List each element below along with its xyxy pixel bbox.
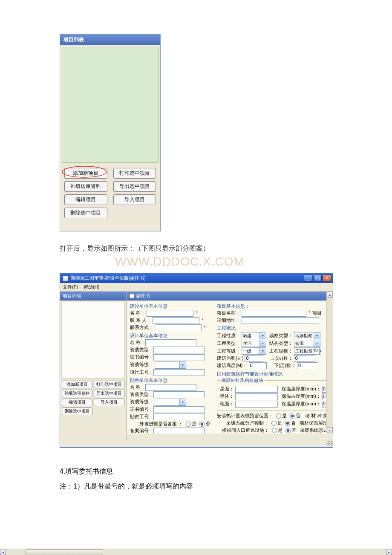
- heatctrl-no-radio[interactable]: [285, 421, 290, 426]
- heatmeter-yes-radio[interactable]: [276, 413, 281, 419]
- chevron-down-icon: ▾: [314, 340, 320, 347]
- scroll-up-icon[interactable]: ▴: [327, 292, 333, 298]
- floors-up-input[interactable]: 0: [294, 355, 315, 362]
- kname-input[interactable]: [145, 384, 196, 391]
- sb-edit-button[interactable]: 编辑项目: [62, 399, 92, 406]
- filed-no-radio[interactable]: [199, 422, 205, 427]
- qualgrade-label: 资质等级：: [130, 361, 153, 368]
- sec-construction-unit: 建设单位基本信息: [130, 303, 213, 309]
- kqualtype-label: 资质类型：: [130, 391, 153, 398]
- phone-input[interactable]: [155, 324, 202, 331]
- wall-label: 墙体：: [220, 393, 234, 399]
- sb-import-button[interactable]: 导入项目: [94, 399, 124, 406]
- required-mark: *: [196, 310, 197, 315]
- project-list-area[interactable]: [62, 47, 159, 163]
- caption-row: 打开后，显示如图所示：（下图只显示部分图案） WWW.DDDOC.X.COM: [60, 244, 332, 267]
- menu-file[interactable]: 文件(F): [63, 284, 78, 289]
- kqualgrade-select[interactable]: ▾: [155, 399, 186, 406]
- ground-input[interactable]: [235, 401, 278, 408]
- vertical-scrollbar[interactable]: ▴ ▾: [326, 292, 333, 433]
- document-title: 委托书: [136, 293, 150, 299]
- height-input[interactable]: 0: [249, 362, 267, 369]
- supplement-materials-button[interactable]: 补填送审资料: [64, 181, 107, 192]
- ksurveyno-input[interactable]: [153, 413, 205, 420]
- window-title: 新疆施工图审查-建设单位版(委托书): [71, 275, 304, 281]
- qualtype-label: 资质类型：: [130, 347, 153, 353]
- edit-project-button[interactable]: 编辑项目: [64, 194, 107, 205]
- contact-input[interactable]: [153, 317, 199, 324]
- sidebar-project-list[interactable]: [61, 302, 125, 379]
- projname-input[interactable]: [242, 310, 306, 317]
- nature-label: 工程性质：: [217, 332, 240, 339]
- chevron-down-icon: ▾: [319, 348, 321, 354]
- dname-input[interactable]: [145, 339, 196, 346]
- resize-grip-icon[interactable]: [327, 440, 333, 446]
- nature-select[interactable]: 新建▾: [242, 332, 266, 339]
- addr-input[interactable]: [242, 317, 319, 324]
- sec-survey-unit: 勘察单位基本信息: [130, 377, 213, 384]
- floors-dn-input[interactable]: 0: [297, 362, 318, 369]
- qualtype-input[interactable]: [153, 347, 205, 353]
- print-selected-button[interactable]: 打印选中项目: [113, 168, 156, 179]
- certno-input[interactable]: [153, 354, 205, 361]
- watermark: WWW.DDDOC.X.COM: [115, 255, 244, 269]
- minimize-button[interactable]: _: [304, 275, 312, 282]
- heatctrl-yes-radio[interactable]: [271, 421, 277, 426]
- scroll-down-icon[interactable]: ▾: [327, 427, 333, 433]
- heatform-label: 采暖系统形式：: [300, 427, 326, 434]
- structtype-select[interactable]: 砖混▾: [294, 340, 320, 347]
- sb-supplement-button[interactable]: 补填送审资料: [62, 390, 92, 397]
- insulation-group: 保温材料及构造做法 屋面： 保温层厚度(mm)： 0 墙体： 保温层厚度(mm)…: [217, 377, 326, 410]
- sec-overview: 工程概况: [217, 325, 324, 331]
- insulation-legend: 保温材料及构造做法: [220, 377, 265, 384]
- required-mark: *: [202, 318, 203, 323]
- chevron-down-icon: ▾: [179, 399, 186, 405]
- sb-export-button[interactable]: 导出选中项目: [94, 390, 124, 397]
- filed-yes-radio[interactable]: [186, 422, 191, 427]
- kqualtype-input[interactable]: [153, 391, 205, 398]
- commission-form: 建设单位基本信息 名 称： * 联 系 人： * 联系方式：: [127, 301, 326, 434]
- kcertno-input[interactable]: [153, 406, 205, 413]
- roof-input[interactable]: [235, 386, 278, 393]
- roof-thick-input[interactable]: 0: [322, 386, 326, 393]
- chevron-down-icon: ▾: [314, 332, 320, 339]
- projtype-select[interactable]: 住宅▾: [242, 340, 266, 347]
- recno-input[interactable]: [153, 428, 205, 434]
- qualgrade-select[interactable]: ▾: [155, 361, 186, 369]
- phone-label: 联系方式：: [130, 324, 153, 331]
- title-bar[interactable]: 新疆施工图审查-建设单位版(委托书) _ ▢ ×: [60, 273, 333, 283]
- close-button[interactable]: ×: [323, 275, 331, 282]
- contact-label: 联 系 人：: [130, 317, 151, 324]
- menu-help[interactable]: 帮助(H): [84, 284, 99, 289]
- ground-label: 地面：: [220, 401, 234, 407]
- heatmeter-no-radio[interactable]: [290, 413, 295, 419]
- stairvent-yes-radio[interactable]: [272, 428, 277, 433]
- designno-input[interactable]: [153, 369, 205, 376]
- import-project-button[interactable]: 导入项目: [113, 194, 156, 205]
- scale-select[interactable]: 工程勘察(甲▾: [294, 347, 320, 355]
- project-list-panel: 项目列表 添加新项目 打印选中项目 补填送审资料 导出选中项目 编辑项目 导入项…: [60, 34, 161, 231]
- sb-add-button[interactable]: 添加新项目: [62, 381, 92, 388]
- sec-design-unit: 设计单位基本信息: [130, 332, 213, 339]
- ground-thick-input[interactable]: 0: [322, 401, 326, 408]
- wall-thick-input[interactable]: 0: [322, 393, 326, 400]
- projname-label: 项目名称：: [217, 310, 240, 316]
- area-input[interactable]: 0: [245, 355, 263, 362]
- area-label: 建筑面积(㎡): [217, 355, 243, 361]
- scale-label: 工程规模：: [269, 348, 293, 354]
- name-input[interactable]: [147, 310, 193, 317]
- caption-text: 打开后，显示如图所示：（下图只显示部分图案）: [60, 245, 210, 252]
- sb-delete-button[interactable]: 删除选中项目: [62, 408, 92, 415]
- recno-label: 备案编号：: [130, 428, 153, 434]
- stairvent-label: 楼梯间入口避风设施：: [222, 427, 269, 434]
- sb-print-button[interactable]: 打印选中项目: [94, 381, 124, 388]
- wall-input[interactable]: [235, 393, 278, 400]
- name-label: 名 称：: [130, 310, 145, 316]
- delete-selected-button[interactable]: 删除选中项目: [64, 208, 107, 218]
- add-new-project-button[interactable]: 添加新项目: [64, 168, 107, 179]
- stairvent-no-radio[interactable]: [285, 428, 291, 433]
- export-selected-button[interactable]: 导出选中项目: [113, 181, 156, 192]
- projgrade-select[interactable]: 一级▾: [242, 347, 266, 355]
- surveytype-select[interactable]: 地基勘察▾: [294, 332, 320, 339]
- maximize-button[interactable]: ▢: [313, 275, 322, 282]
